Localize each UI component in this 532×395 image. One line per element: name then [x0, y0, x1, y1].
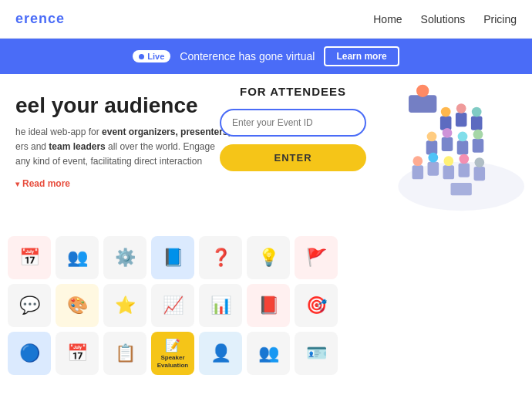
feature-icon-chart[interactable]: 📈 [151, 284, 194, 327]
feature-icon-calendar[interactable]: 📅 [8, 236, 51, 279]
feature-icon-pie[interactable]: 📊 [199, 284, 242, 327]
feature-icon-book[interactable]: 📕 [247, 284, 290, 327]
svg-rect-5 [471, 116, 483, 130]
read-more-label: Read more [22, 178, 70, 189]
svg-rect-7 [426, 140, 438, 154]
svg-rect-3 [456, 113, 467, 127]
icons-row-2: 💬 🎨 ⭐ 📈 📊 📕 🎯 [8, 284, 517, 327]
attendees-title: FOR ATTENDEES [220, 85, 366, 98]
announcement-banner: Live Conterence has gone virtual Learn m… [0, 39, 532, 74]
svg-point-16 [412, 156, 423, 166]
navbar: erence Home Solutions Pricing [0, 0, 532, 39]
attendees-form: FOR ATTENDEES ENTER [220, 85, 366, 171]
feature-icon-target[interactable]: 🎯 [295, 284, 338, 327]
feature-icon-idea[interactable]: 💡 [247, 236, 290, 279]
svg-rect-25 [409, 95, 436, 113]
hero-content: eel your audience he ideal web-app for e… [15, 93, 231, 221]
svg-point-24 [474, 157, 484, 167]
learn-more-button[interactable]: Learn more [324, 46, 399, 66]
feature-icon-person[interactable]: 👤 [199, 332, 242, 375]
svg-rect-11 [457, 140, 469, 154]
icons-row-3: 🔵 📅 📋 📝 SpeakerEvaluation 👤 👥 🪪 [8, 332, 517, 375]
svg-rect-27 [451, 183, 472, 195]
feature-icon-palette[interactable]: 🎨 [56, 284, 99, 327]
svg-point-4 [456, 103, 466, 113]
feature-icon-question[interactable]: ❓ [199, 236, 242, 279]
eval-icon: 📝 [165, 338, 180, 353]
nav-solutions[interactable]: Solutions [421, 13, 466, 25]
read-more-button[interactable]: ▾ Read more [15, 178, 231, 189]
features-icons: 📅 👥 ⚙️ 📘 ❓ 💡 🚩 💬 🎨 ⭐ 📈 📊 📕 🎯 🔵 📅 📋 📝 Spe… [0, 228, 532, 384]
svg-point-22 [459, 154, 469, 164]
feature-icon-id-card[interactable]: 🪪 [295, 332, 338, 375]
nav-home[interactable]: Home [373, 13, 402, 25]
svg-rect-23 [474, 167, 486, 181]
feature-icon-group[interactable]: 👥 [247, 332, 290, 375]
feature-icon-cal2[interactable]: 📅 [56, 332, 99, 375]
svg-rect-9 [442, 137, 453, 151]
svg-rect-21 [459, 163, 470, 177]
svg-rect-19 [443, 165, 455, 179]
feature-icon-settings[interactable]: ⚙️ [103, 236, 146, 279]
enter-button[interactable]: ENTER [220, 144, 366, 171]
brand-logo: erence [15, 11, 65, 27]
svg-point-26 [416, 85, 429, 97]
feature-icon-speaker-eval[interactable]: 📝 SpeakerEvaluation [151, 332, 194, 375]
svg-point-2 [441, 107, 451, 117]
hero-title: eel your audience [15, 93, 231, 119]
hero-description: he ideal web-app for event organizers, p… [15, 125, 231, 170]
eval-label: SpeakerEvaluation [157, 354, 188, 369]
nav-links: Home Solutions Pricing [373, 13, 517, 25]
svg-point-10 [443, 128, 453, 138]
hero-section: eel your audience he ideal web-app for e… [0, 74, 532, 228]
svg-point-12 [458, 132, 468, 142]
live-indicator [139, 54, 144, 59]
live-badge: Live [133, 50, 170, 62]
svg-rect-17 [428, 162, 439, 176]
chevron-down-icon: ▾ [15, 180, 19, 188]
live-label: Live [147, 52, 164, 61]
svg-point-14 [473, 130, 483, 140]
feature-icon-stars[interactable]: ⭐ [103, 284, 146, 327]
feature-icon-flag[interactable]: 🚩 [295, 236, 338, 279]
banner-message: Conterence has gone virtual [180, 50, 315, 62]
icons-row-1: 📅 👥 ⚙️ 📘 ❓ 💡 🚩 [8, 236, 517, 279]
svg-rect-13 [473, 139, 484, 153]
nav-pricing[interactable]: Pricing [483, 13, 517, 25]
hero-illustration [370, 74, 524, 225]
svg-rect-1 [440, 116, 452, 130]
feature-icon-notebook[interactable]: 📘 [151, 236, 194, 279]
svg-point-18 [428, 153, 438, 163]
event-id-input[interactable] [220, 109, 366, 137]
feature-icon-clipboard[interactable]: 📋 [103, 332, 146, 375]
svg-point-8 [427, 132, 437, 142]
svg-point-20 [443, 156, 453, 166]
svg-rect-15 [412, 165, 424, 179]
feature-icon-chat[interactable]: 💬 [8, 284, 51, 327]
svg-point-6 [472, 107, 482, 117]
feature-icon-people[interactable]: 👥 [56, 236, 99, 279]
feature-icon-blue-dot[interactable]: 🔵 [8, 332, 51, 375]
